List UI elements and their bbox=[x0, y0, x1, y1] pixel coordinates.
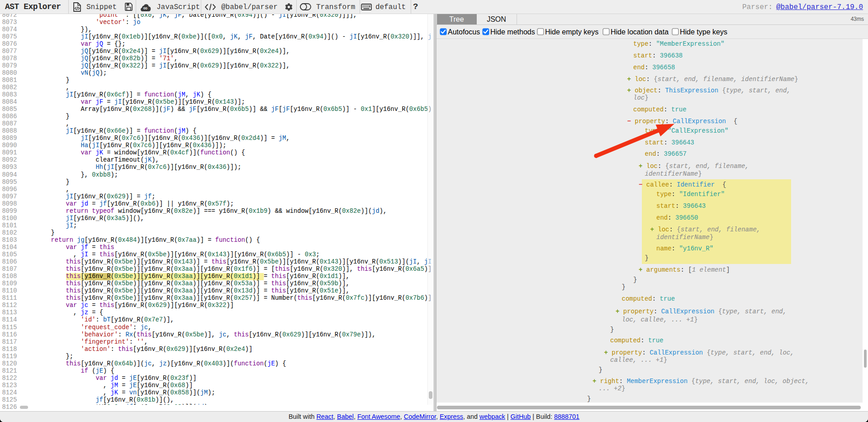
svg-text:∞: ∞ bbox=[143, 5, 147, 11]
